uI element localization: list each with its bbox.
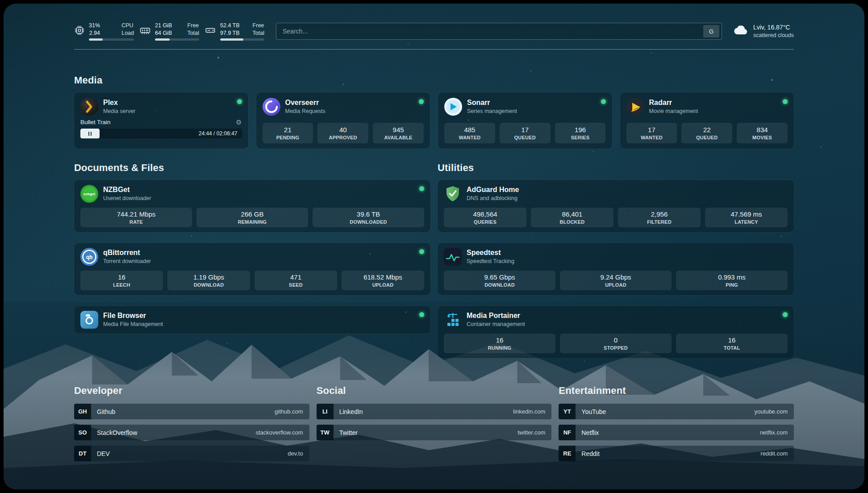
stat-movies: 834 MOVIES [737, 123, 788, 143]
app-subtitle: Container management [467, 321, 778, 328]
app-subtitle: Media Requests [285, 108, 414, 115]
cloud-icon [734, 25, 749, 38]
stat-queued: 22 QUEUED [681, 123, 732, 143]
system-monitors: 31% 2.94 CPU Load [74, 22, 264, 41]
cpu-load-label: Load [121, 29, 134, 37]
bookmark-twitter[interactable]: TW Twitter twitter.com [317, 425, 552, 440]
bookmark-url: linkedin.com [513, 408, 551, 415]
utilities-column: Utilities [438, 162, 794, 358]
app-name: AdGuard Home [467, 185, 788, 195]
stat-stopped: 0 STOPPED [560, 334, 672, 353]
status-dot [601, 99, 606, 104]
bookmark-name: Reddit [576, 450, 760, 457]
ram-icon [139, 25, 151, 38]
bookmark-name: YouTube [576, 408, 754, 415]
stat-running: 16 RUNNING [444, 334, 555, 353]
stat-queries: 498,564 QUERIES [444, 208, 526, 227]
overseerr-icon [263, 98, 280, 116]
header-divider [74, 49, 794, 50]
bookmark-abbr: LI [317, 404, 334, 419]
app-name: qBittorrent [103, 248, 414, 258]
bookmark-github[interactable]: GH Github github.com [74, 404, 309, 419]
cpu-label: CPU [121, 22, 133, 29]
bookmark-name: Netflix [576, 429, 760, 436]
media-section-title: Media [74, 75, 794, 86]
app-subtitle: Speedtest Tracking [467, 258, 788, 265]
bookmark-netflix[interactable]: NF Netflix netflix.com [559, 425, 794, 440]
svg-text:qb: qb [86, 254, 93, 260]
disk-icon [204, 25, 216, 38]
status-dot [783, 312, 788, 317]
speedtest-card[interactable]: Speedtest Speedtest Tracking 9.65 Gbps D… [438, 243, 794, 295]
weather-location: Lviv, 16.87°C [753, 23, 794, 32]
bookmark-url: reddit.com [760, 450, 794, 457]
bookmark-name: Github [91, 408, 275, 415]
memory-progress-bar [155, 38, 199, 41]
filebrowser-icon [80, 311, 98, 329]
bookmark-youtube[interactable]: YT YouTube youtube.com [559, 404, 794, 419]
qbittorrent-card[interactable]: qb qBittorrent Torrent downloader 16 LEE… [74, 243, 430, 295]
bookmark-url: dev.to [288, 450, 309, 457]
settings-gear-icon[interactable] [236, 119, 242, 125]
app-name: Plex [103, 98, 232, 108]
status-dot [237, 99, 242, 104]
storage-total-label: Total [253, 29, 264, 37]
bookmark-url: github.com [275, 408, 309, 415]
bookmark-abbr: GH [74, 404, 91, 419]
storage-free-label: Free [253, 22, 264, 29]
portainer-card[interactable]: Media Portainer Container management 16 … [438, 306, 794, 358]
stat-total: 16 TOTAL [676, 334, 788, 353]
app-name: Speedtest [467, 248, 788, 258]
speedtest-icon [444, 248, 462, 266]
stat-rate: 744.21 Mbps RATE [80, 208, 192, 227]
social-section-title: Social [317, 385, 552, 397]
portainer-crane-icon [444, 311, 462, 329]
search-engine-button[interactable]: G [703, 25, 719, 38]
entertainment-bookmarks: Entertainment YT YouTube youtube.com NF … [559, 385, 794, 461]
playback-progress-bar[interactable]: 24:44 / 02:06:47 [80, 129, 242, 138]
stat-seed: 471 SEED [255, 271, 337, 290]
bookmark-linkedin[interactable]: LI LinkedIn linkedin.com [317, 404, 552, 419]
utilities-section-title: Utilities [438, 162, 794, 174]
stat-wanted: 17 WANTED [626, 123, 677, 143]
search-input[interactable] [276, 23, 703, 39]
nzbget-card[interactable]: nzbget NZBGet Usenet downloader 744.21 M… [74, 180, 430, 232]
developer-bookmarks: Developer GH Github github.com SO StackO… [74, 385, 309, 461]
plex-card[interactable]: Plex Media server Bullet Train 24:44 / [74, 92, 248, 149]
entertainment-section-title: Entertainment [559, 385, 794, 397]
social-bookmarks: Social LI LinkedIn linkedin.com TW Twitt… [317, 385, 552, 461]
media-section: Media [74, 75, 794, 149]
stat-remaining: 266 GB REMAINING [196, 208, 308, 227]
bookmark-stackoverflow[interactable]: SO StackOverflow stackoverflow.com [74, 425, 309, 440]
stat-pending: 21 PENDING [263, 123, 313, 143]
nzbget-icon: nzbget [80, 185, 98, 203]
stat-queued: 17 QUEUED [500, 123, 551, 143]
sonarr-card[interactable]: Sonarr Series management 485 WANTED 17 Q… [438, 92, 612, 149]
status-dot [419, 312, 424, 317]
filebrowser-card[interactable]: File Browser Media File Management [74, 306, 430, 334]
memory-total-label: Total [188, 29, 199, 37]
adguard-card[interactable]: AdGuard Home DNS and adblocking 498,564 … [438, 180, 794, 232]
storage-total-value: 97.9 TB [220, 29, 240, 37]
bookmark-dev[interactable]: DT DEV dev.to [74, 446, 309, 461]
pause-icon[interactable] [88, 132, 92, 136]
storage-monitor: 52.4 TB 97.9 TB Free Total [204, 22, 264, 41]
stat-ping: 0.993 ms PING [676, 271, 788, 290]
storage-free-value: 52.4 TB [220, 22, 240, 29]
bookmark-url: stackoverflow.com [255, 429, 309, 436]
stat-leech: 16 LEECH [80, 271, 163, 290]
sonarr-icon [444, 98, 462, 116]
overseerr-card[interactable]: Overseerr Media Requests 21 PENDING 40 A… [256, 92, 430, 149]
bookmark-reddit[interactable]: RE Reddit reddit.com [559, 446, 794, 461]
playback-time: 24:44 / 02:06:47 [199, 130, 238, 137]
stat-latency: 47.569 ms LATENCY [705, 208, 788, 227]
bookmark-abbr: RE [559, 446, 576, 461]
cpu-progress-bar [89, 38, 134, 41]
weather-widget: Lviv, 16.87°C scattered clouds [734, 23, 794, 39]
radarr-card[interactable]: Radarr Movie management 17 WANTED 22 QUE… [620, 92, 794, 149]
storage-progress-bar [220, 38, 264, 41]
app-name: File Browser [103, 311, 414, 321]
documents-section-title: Documents & Files [74, 162, 430, 174]
app-name: Radarr [649, 98, 778, 108]
adguard-shield-icon [444, 185, 462, 203]
